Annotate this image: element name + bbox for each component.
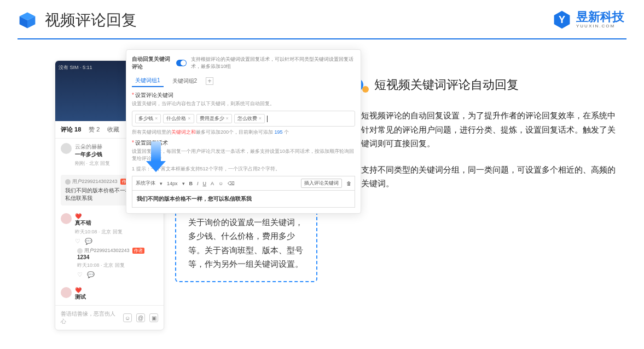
emoji-icon[interactable]: ☺ xyxy=(218,181,223,186)
comment-icon[interactable]: 💬 xyxy=(85,238,92,245)
keyword-group-tab-2[interactable]: 关键词组2 xyxy=(169,76,201,87)
list-item: ❤️ 真不错 昨天10:08 · 北京 回复 ♡💬 用户229921430224… xyxy=(55,209,164,283)
image-icon[interactable]: ▣ xyxy=(149,313,158,322)
header-divider xyxy=(18,38,626,39)
comment-input[interactable]: 善语结善缘，恶言伤人心 xyxy=(61,310,119,325)
arrow-icon xyxy=(151,141,166,172)
insert-keyword-button[interactable]: 插入评论关键词 xyxy=(301,179,342,188)
clear-icon[interactable]: ⌫ xyxy=(228,181,235,186)
close-icon[interactable]: × xyxy=(155,116,158,121)
keyword-tag: 多少钱× xyxy=(135,114,161,123)
delete-icon[interactable]: 🗑 xyxy=(346,181,351,186)
brand-hex-icon: Y xyxy=(552,10,572,30)
section-title: 短视频关键词评论自动回复 xyxy=(350,77,622,93)
comment-text: 1234 xyxy=(77,254,158,260)
bullet-item: 短视频评论的自动回复设置，为了提升作者的评论回复效率，在系统中针对常见的评论用户… xyxy=(350,108,622,151)
avatar xyxy=(61,213,72,224)
underline-icon[interactable]: U xyxy=(203,181,207,186)
settings-head-label: 自动回复关键词评论 xyxy=(132,55,172,71)
comment-text: 真不错 xyxy=(75,219,158,227)
tab-comments[interactable]: 评论 18 xyxy=(61,125,81,134)
keyword-count-hint: 所有关键词组里的关键词之和最多可添加200个，目前剩余可添加 195 个 xyxy=(132,129,355,136)
list-item: ❤️ 测试 xyxy=(55,283,164,305)
emoji-icon[interactable]: ☺ xyxy=(123,313,132,322)
tab-fav[interactable]: 收藏 xyxy=(107,125,119,134)
example-body: 关于询价的设置成一组关键词，多少钱、什么价格，费用多少等。关于咨询班型、版本、型… xyxy=(188,215,304,271)
brand-name: 昱新科技 xyxy=(576,11,624,23)
bullet-item: 支持不同类型的关键词分组，同一类问题，可设置多个相近的、高频的关键词。 xyxy=(350,163,622,191)
avatar xyxy=(61,143,72,154)
font-select[interactable]: 系统字体 xyxy=(136,180,155,187)
editor-toolbar: 系统字体▾ 14px▾ B I U A ☺ ⌫ 插入评论关键词 🗑 xyxy=(132,176,355,191)
size-select[interactable]: 14px xyxy=(167,181,178,186)
tab-likes[interactable]: 赞 2 xyxy=(89,125,100,134)
add-group-button[interactable]: + xyxy=(206,77,213,85)
page-title: 视频评论回复 xyxy=(45,10,137,31)
svg-text:Y: Y xyxy=(559,14,565,25)
color-icon[interactable]: A xyxy=(211,181,214,186)
author-badge: 作者 xyxy=(132,248,144,254)
brand-logo: Y 昱新科技 YUUXIN.COM xyxy=(552,10,624,30)
comment-input-bar: 善语结善缘，恶言伤人心 ☺ @ ▣ xyxy=(55,305,164,330)
keyword-tag: 费用是多少× xyxy=(196,114,232,123)
reply-user: 用户2299214302243 xyxy=(84,248,130,253)
editor-content[interactable]: 我们不同的版本价格不一样，您可以私信联系我 xyxy=(132,191,355,208)
brand-domain: YUUXIN.COM xyxy=(576,24,624,28)
avatar xyxy=(61,287,72,298)
at-icon[interactable]: @ xyxy=(136,313,145,322)
settings-head-desc: 支持根据评论的关键词设置回复话术，可以针对不同类型关键词设置回复话术，最多添加1… xyxy=(191,56,355,70)
bold-icon[interactable]: B xyxy=(189,181,193,186)
auto-reply-toggle[interactable] xyxy=(176,60,187,66)
close-icon[interactable]: × xyxy=(188,116,190,121)
italic-icon[interactable]: I xyxy=(197,181,199,186)
heart-icon[interactable]: ♡ xyxy=(75,238,80,245)
comment-icon[interactable]: 💬 xyxy=(87,271,95,278)
cube-icon xyxy=(18,10,37,30)
comment-user: ❤️ xyxy=(75,287,158,293)
keyword-section-label: 设置评论关键词 xyxy=(135,92,173,98)
close-icon[interactable]: × xyxy=(259,116,262,121)
comment-meta: 昨天10:08 · 北京 回复 xyxy=(75,228,158,236)
reply-user: 用户2299214302243 xyxy=(72,179,118,184)
comment-user: ❤️ xyxy=(75,213,158,219)
heart-icon[interactable]: ♡ xyxy=(77,271,83,278)
comment-meta: 昨天10:08 · 北京 回复 xyxy=(77,262,158,269)
comment-text: 测试 xyxy=(75,293,158,301)
keyword-tag: 什么价格× xyxy=(163,114,194,123)
settings-panel: 自动回复关键词评论 支持根据评论的关键词设置回复话术，可以针对不同类型关键词设置… xyxy=(126,49,361,214)
close-icon[interactable]: × xyxy=(226,116,229,121)
keyword-input[interactable]: 多少钱× 什么价格× 费用是多少× 怎么收费× xyxy=(132,111,355,127)
keyword-group-tab-1[interactable]: 关键词组1 xyxy=(132,75,164,87)
keyword-tag: 怎么收费× xyxy=(234,114,265,123)
keyword-section-hint: 设置关键词，当评论内容包含了以下关键词，则系统可自动回复。 xyxy=(132,100,355,107)
